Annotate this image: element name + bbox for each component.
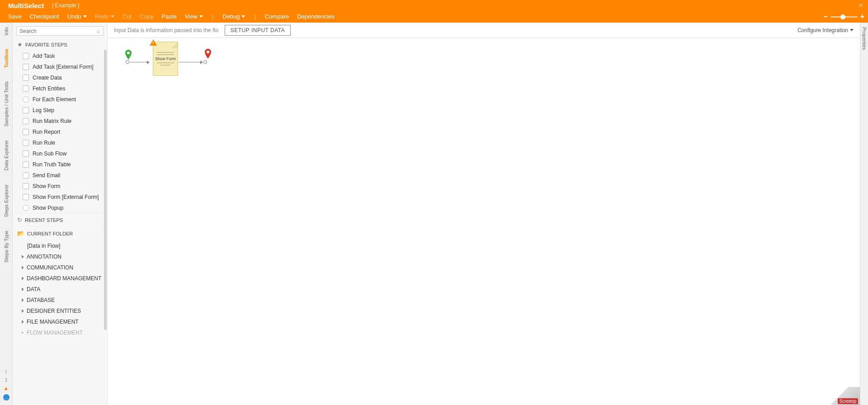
- step-show-form-external[interactable]: Show Form [External Form]: [13, 192, 107, 202]
- folder-file-management[interactable]: FILE MANAGEMENT: [13, 316, 107, 327]
- rail-tab-steps-explorer[interactable]: Steps Explorer: [3, 183, 10, 219]
- step-run-sub-flow[interactable]: Run Sub Flow: [13, 148, 107, 159]
- rail-tab-steps-by-type[interactable]: Steps By Type: [3, 229, 10, 264]
- step-icon: [23, 96, 29, 103]
- flow-canvas[interactable]: Show Form Screenp: [108, 38, 860, 405]
- caret-right-icon: [22, 255, 24, 259]
- zoom-out-icon[interactable]: −: [823, 13, 827, 21]
- svg-point-1: [207, 51, 209, 53]
- menu-debug[interactable]: Debug: [222, 13, 245, 20]
- menu-redo[interactable]: Redo: [95, 13, 114, 20]
- folder-annotation[interactable]: ANNOTATION: [13, 251, 107, 262]
- caret-right-icon: [22, 309, 24, 313]
- section-favorite[interactable]: ★ FAVORITE STEPS: [13, 38, 107, 51]
- search-box[interactable]: ⌕: [16, 26, 104, 36]
- configure-integration-button[interactable]: Configure Integration: [797, 27, 854, 33]
- canvas-area: Input Data is information passed into th…: [108, 23, 860, 405]
- section-current-folder[interactable]: 📂 CURRENT FOLDER: [13, 226, 107, 240]
- step-icon: [23, 107, 29, 113]
- rail-tab-properties[interactable]: Properties: [862, 27, 867, 50]
- start-out-port[interactable]: [126, 60, 129, 64]
- warning-icon[interactable]: ▲: [4, 385, 9, 391]
- folder-data[interactable]: DATA: [13, 284, 107, 295]
- rail-tab-samples[interactable]: Samples / Unit Tests: [3, 80, 10, 128]
- zoom-control[interactable]: − +: [823, 13, 864, 21]
- menu-cut[interactable]: Cut: [123, 13, 132, 20]
- screen-recorder-badge: Screenp: [838, 398, 858, 404]
- caret-right-icon: [22, 331, 24, 334]
- folder-communication[interactable]: COMMUNICATION: [13, 262, 107, 273]
- folder-dashboard-management[interactable]: DASHBOARD MANAGEMENT: [13, 273, 107, 284]
- menu-redo-label: Redo: [95, 13, 109, 20]
- menu-save[interactable]: Save: [8, 13, 22, 20]
- input-data-hint: Input Data is information passed into th…: [114, 27, 218, 33]
- menu-view-label: View: [185, 13, 198, 20]
- top-bar: MultiSelect [ Example ] ✕ Save Checkpoin…: [0, 0, 868, 23]
- zoom-in-icon[interactable]: +: [860, 13, 864, 21]
- menu-paste[interactable]: Paste: [161, 13, 176, 20]
- zoom-slider[interactable]: [830, 16, 858, 18]
- step-log-step[interactable]: Log Step: [13, 105, 107, 116]
- step-icon: [23, 205, 29, 211]
- search-input[interactable]: [19, 28, 97, 34]
- left-rail: Info Toolbox Samples / Unit Tests Data E…: [0, 23, 13, 405]
- rail-tab-data-explorer[interactable]: Data Explorer: [3, 138, 10, 172]
- step-run-truth-table[interactable]: Run Truth Table: [13, 159, 107, 170]
- configure-integration-label: Configure Integration: [797, 27, 848, 33]
- step-show-popup[interactable]: Show Popup: [13, 202, 107, 213]
- show-form-node[interactable]: Show Form: [153, 42, 178, 76]
- star-icon: ★: [17, 41, 23, 48]
- search-icon[interactable]: ⌕: [97, 28, 100, 34]
- close-icon[interactable]: ✕: [858, 2, 863, 9]
- scrollbar-thumb[interactable]: [104, 50, 107, 330]
- zoom-thumb[interactable]: [840, 14, 845, 19]
- chevron-down-icon: [111, 15, 114, 18]
- folder-database[interactable]: DATABASE: [13, 295, 107, 306]
- menu-compare[interactable]: Compare: [265, 13, 289, 20]
- step-add-task[interactable]: Add Task: [13, 51, 107, 61]
- menu-copy[interactable]: Copy: [140, 13, 153, 20]
- folder-list: [Data in Flow] ANNOTATION COMMUNICATION …: [13, 240, 107, 338]
- step-run-rule[interactable]: Run Rule: [13, 137, 107, 148]
- menu-bar: Save Checkpoint Undo Redo Cut Copy Paste…: [0, 10, 868, 23]
- step-run-matrix[interactable]: Run Matrix Rule: [13, 116, 107, 127]
- menu-dependencies[interactable]: Dependencies: [297, 13, 335, 20]
- favorite-step-list: Add Task Add Task [External Form] Create…: [13, 51, 107, 213]
- menu-undo[interactable]: Undo: [67, 13, 87, 20]
- folder-designer-entities[interactable]: DESIGNER ENTITIES: [13, 306, 107, 316]
- end-in-port[interactable]: [203, 60, 207, 64]
- step-add-task-external[interactable]: Add Task [External Form]: [13, 61, 107, 72]
- rail-tab-info[interactable]: Info: [3, 25, 10, 37]
- chevron-down-icon: [850, 29, 854, 31]
- folder-icon: 📂: [17, 230, 24, 237]
- step-icon: [23, 53, 29, 59]
- step-show-form[interactable]: Show Form: [13, 181, 107, 192]
- end-node[interactable]: [204, 49, 212, 59]
- folder-data-in-flow[interactable]: [Data in Flow]: [13, 240, 107, 251]
- section-recent-label: RECENT STEPS: [25, 217, 63, 223]
- step-for-each[interactable]: For Each Element: [13, 94, 107, 105]
- folder-flow-management[interactable]: FLOW MANAGEMENT: [13, 327, 107, 338]
- step-icon: [23, 172, 29, 179]
- menu-view[interactable]: View: [185, 13, 203, 20]
- menu-debug-label: Debug: [222, 13, 240, 20]
- chevron-down-icon: [83, 15, 87, 18]
- section-current-label: CURRENT FOLDER: [27, 231, 73, 236]
- start-node[interactable]: [125, 50, 132, 60]
- section-recent[interactable]: ↻ RECENT STEPS: [13, 213, 107, 226]
- chevron-down-icon: [199, 15, 203, 18]
- step-icon: [23, 194, 29, 200]
- edge-start-to-form: [130, 62, 149, 62]
- step-icon: [23, 64, 29, 70]
- chat-icon[interactable]: …: [3, 394, 9, 400]
- info-icon[interactable]: i: [5, 369, 6, 374]
- step-fetch-entities[interactable]: Fetch Entities: [13, 83, 107, 94]
- step-run-report[interactable]: Run Report: [13, 127, 107, 137]
- setup-input-data-button[interactable]: SETUP INPUT DATA: [225, 25, 291, 36]
- rail-tab-toolbox[interactable]: Toolbox: [3, 47, 10, 70]
- step-create-data[interactable]: Create Data: [13, 72, 107, 83]
- step-icon: [23, 161, 29, 168]
- menu-checkpoint[interactable]: Checkpoint: [30, 13, 59, 20]
- step-send-email[interactable]: Send Email: [13, 170, 107, 181]
- edge-form-to-end: [179, 62, 203, 62]
